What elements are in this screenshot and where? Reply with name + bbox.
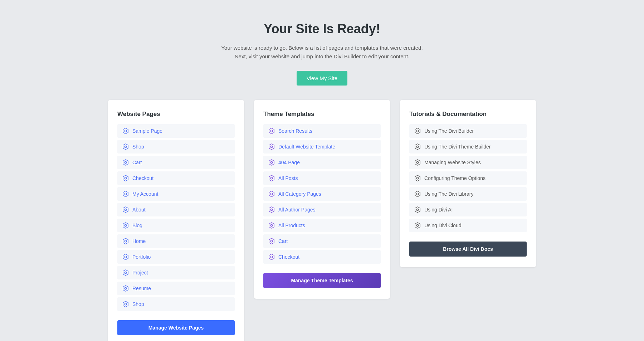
list-item[interactable]: Cart xyxy=(263,234,381,248)
divi-page-icon xyxy=(122,175,129,181)
svg-point-14 xyxy=(270,161,272,163)
svg-point-21 xyxy=(416,130,418,132)
website-pages-title: Website Pages xyxy=(117,111,235,118)
tutorial-label: Using The Divi Library xyxy=(424,191,473,197)
divi-page-icon xyxy=(122,238,129,244)
template-link[interactable]: Checkout xyxy=(278,254,299,260)
svg-point-24 xyxy=(416,177,418,179)
divi-page-icon xyxy=(122,285,129,292)
svg-point-16 xyxy=(270,193,272,195)
list-item[interactable]: Shop xyxy=(117,297,235,311)
view-site-button[interactable]: View My Site xyxy=(297,71,347,86)
list-item[interactable]: Using Divi AI xyxy=(409,203,527,216)
divi-page-icon xyxy=(122,159,129,166)
list-item[interactable]: Portfolio xyxy=(117,250,235,264)
manage-website-pages-button[interactable]: Manage Website Pages xyxy=(117,320,235,335)
page-link[interactable]: Shop xyxy=(132,144,144,150)
svg-point-9 xyxy=(125,272,126,273)
divi-page-icon xyxy=(122,254,129,260)
page-link[interactable]: Sample Page xyxy=(132,128,162,134)
template-link[interactable]: 404 Page xyxy=(278,160,300,165)
template-link[interactable]: Search Results xyxy=(278,128,312,134)
website-pages-card: Website Pages Sample Page Shop Cart Chec… xyxy=(108,100,244,341)
svg-point-0 xyxy=(125,130,126,132)
list-item[interactable]: Sample Page xyxy=(117,124,235,138)
list-item[interactable]: Using Divi Cloud xyxy=(409,219,527,232)
template-link[interactable]: All Products xyxy=(278,223,305,228)
list-item[interactable]: Using The Divi Builder xyxy=(409,124,527,138)
divi-page-icon xyxy=(122,128,129,134)
divi-tutorial-icon xyxy=(414,191,421,197)
divi-template-icon xyxy=(268,159,275,166)
page-link[interactable]: Home xyxy=(132,238,146,244)
svg-point-22 xyxy=(416,146,418,147)
list-item[interactable]: Checkout xyxy=(263,250,381,264)
svg-point-20 xyxy=(270,256,272,258)
svg-point-17 xyxy=(270,209,272,210)
svg-point-15 xyxy=(270,177,272,179)
template-link[interactable]: All Author Pages xyxy=(278,207,316,213)
divi-template-icon xyxy=(268,143,275,150)
svg-point-1 xyxy=(125,146,126,147)
divi-template-icon xyxy=(268,254,275,260)
list-item[interactable]: Cart xyxy=(117,156,235,169)
template-link[interactable]: Cart xyxy=(278,238,288,244)
list-item[interactable]: Using The Divi Library xyxy=(409,187,527,201)
page-link[interactable]: Blog xyxy=(132,223,142,228)
list-item[interactable]: Default Website Template xyxy=(263,140,381,154)
tutorials-list: Using The Divi Builder Using The Divi Th… xyxy=(409,124,527,232)
svg-point-11 xyxy=(125,303,126,305)
tutorials-card: Tutorials & Documentation Using The Divi… xyxy=(400,100,536,267)
page-link[interactable]: My Account xyxy=(132,191,158,197)
svg-point-12 xyxy=(270,130,272,132)
divi-page-icon xyxy=(122,269,129,276)
divi-page-icon xyxy=(122,301,129,307)
list-item[interactable]: Using The Divi Theme Builder xyxy=(409,140,527,154)
list-item[interactable]: 404 Page xyxy=(263,156,381,169)
svg-point-6 xyxy=(125,224,126,226)
manage-theme-templates-button[interactable]: Manage Theme Templates xyxy=(263,273,381,288)
divi-template-icon xyxy=(268,191,275,197)
list-item[interactable]: Resume xyxy=(117,282,235,295)
list-item[interactable]: All Author Pages xyxy=(263,203,381,216)
divi-template-icon xyxy=(268,175,275,181)
list-item[interactable]: Project xyxy=(117,266,235,279)
theme-templates-card: Theme Templates Search Results Default W… xyxy=(254,100,390,299)
divi-page-icon xyxy=(122,206,129,213)
list-item[interactable]: Managing Website Styles xyxy=(409,156,527,169)
divi-tutorial-icon xyxy=(414,159,421,166)
template-link[interactable]: Default Website Template xyxy=(278,144,335,150)
divi-tutorial-icon xyxy=(414,206,421,213)
divi-page-icon xyxy=(122,222,129,229)
template-link[interactable]: All Category Pages xyxy=(278,191,321,197)
list-item[interactable]: All Category Pages xyxy=(263,187,381,201)
list-item[interactable]: Shop xyxy=(117,140,235,154)
list-item[interactable]: All Posts xyxy=(263,171,381,185)
page-link[interactable]: Shop xyxy=(132,301,144,307)
tutorial-label: Using Divi Cloud xyxy=(424,223,461,228)
svg-point-26 xyxy=(416,209,418,210)
website-pages-list: Sample Page Shop Cart Checkout My Accoun… xyxy=(117,124,235,311)
page-link[interactable]: About xyxy=(132,207,146,213)
svg-point-19 xyxy=(270,240,272,242)
list-item[interactable]: My Account xyxy=(117,187,235,201)
list-item[interactable]: Checkout xyxy=(117,171,235,185)
page-link[interactable]: Checkout xyxy=(132,175,153,181)
list-item[interactable]: Home xyxy=(117,234,235,248)
page-link[interactable]: Resume xyxy=(132,286,151,291)
list-item[interactable]: Search Results xyxy=(263,124,381,138)
list-item[interactable]: Blog xyxy=(117,219,235,232)
svg-point-10 xyxy=(125,287,126,289)
tutorial-label: Using Divi AI xyxy=(424,207,453,213)
svg-point-8 xyxy=(125,256,126,258)
tutorial-label: Managing Website Styles xyxy=(424,160,481,165)
list-item[interactable]: Configuring Theme Options xyxy=(409,171,527,185)
page-link[interactable]: Project xyxy=(132,270,148,276)
browse-docs-button[interactable]: Browse All Divi Docs xyxy=(409,242,527,257)
divi-tutorial-icon xyxy=(414,128,421,134)
page-link[interactable]: Cart xyxy=(132,160,142,165)
list-item[interactable]: All Products xyxy=(263,219,381,232)
page-link[interactable]: Portfolio xyxy=(132,254,151,260)
list-item[interactable]: About xyxy=(117,203,235,216)
template-link[interactable]: All Posts xyxy=(278,175,298,181)
